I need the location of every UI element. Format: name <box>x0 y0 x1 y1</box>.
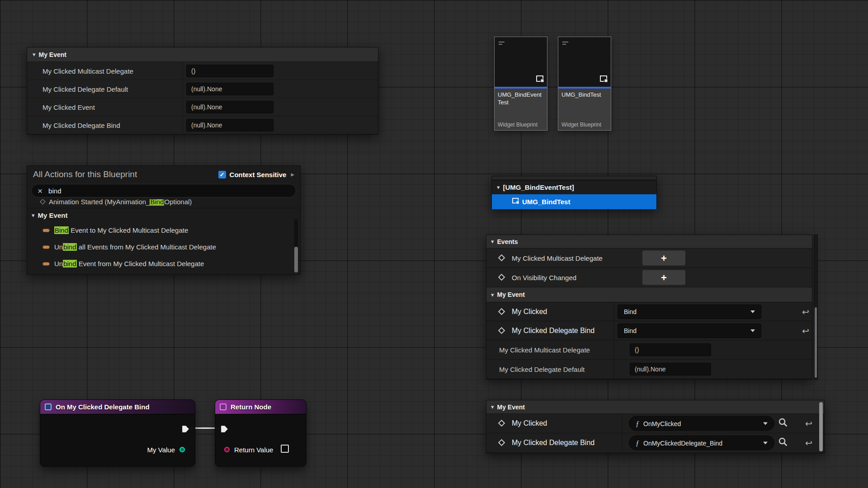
blueprint-actions-menu: All Actions for this Blueprint ✓ Context… <box>27 165 301 275</box>
delegate-pin-icon <box>498 420 505 427</box>
delegate-pin-icon <box>498 327 505 334</box>
actions-scrollbar-track[interactable] <box>294 219 298 272</box>
node-header: Return Node <box>215 400 306 414</box>
bind-dropdown[interactable]: Bind <box>618 305 761 319</box>
asset-name: UMG_BindTest <box>561 91 608 122</box>
category-header-my-event[interactable]: ▾ My Event <box>27 47 378 62</box>
browse-to-function-icon[interactable] <box>778 437 788 449</box>
actions-search-input[interactable]: × bind <box>31 184 296 197</box>
hierarchy-root-label: [UMG_BindEventTest] <box>503 183 574 191</box>
reset-to-default-icon[interactable]: ↩ <box>802 325 809 336</box>
reset-to-default-icon[interactable]: ↩ <box>805 438 812 448</box>
node-return-node[interactable]: Return Node Return Value <box>215 399 307 467</box>
property-value-field[interactable]: (null).None <box>186 101 274 113</box>
bound-function-dropdown[interactable]: ƒ OnMyClicked <box>629 416 774 431</box>
column-divider <box>622 433 623 452</box>
actions-category-my-event[interactable]: ▾ My Event <box>27 208 300 222</box>
details-scrollbar-track[interactable] <box>814 235 818 380</box>
property-row: My Clicked Event (null).None <box>27 98 378 116</box>
hierarchy-root-row[interactable]: ▾ [UMG_BindEventTest] <box>492 180 656 194</box>
search-match-highlight: Bind <box>54 226 69 234</box>
delegate-bind-row: My Clicked Delegate Bind Bind ↩ <box>486 321 812 340</box>
property-value-field[interactable]: (null).None <box>630 363 711 375</box>
add-event-button[interactable]: + <box>642 251 685 266</box>
context-sensitive-label: Context Sensitive <box>230 171 287 178</box>
column-divider <box>183 80 183 98</box>
event-row: My Clicked Multicast Delegate + <box>486 249 812 268</box>
section-header-events[interactable]: ▾ Events <box>486 235 812 249</box>
details-panel: ▾ Events My Clicked Multicast Delegate +… <box>486 235 812 380</box>
return-value-checkbox[interactable] <box>281 445 289 453</box>
delegate-label: My Clicked Delegate Bind <box>512 439 594 447</box>
text-post: Event from My Clicked Multicast Delegate <box>77 260 204 267</box>
widget-hierarchy-panel: ▾ [UMG_BindEventTest] UMG_BindTest <box>491 176 657 209</box>
return-value-input-pin[interactable] <box>224 447 230 452</box>
text-pre: Un <box>54 260 63 267</box>
reset-to-default-icon[interactable]: ↩ <box>802 306 809 317</box>
event-label: On Visibility Changed <box>512 274 576 282</box>
clipped-result-row[interactable]: Animation Started (MyAnimation_BindOptio… <box>27 199 300 208</box>
property-row: My Clicked Multicast Delegate () <box>27 62 378 80</box>
property-label: My Clicked Delegate Default <box>499 366 585 373</box>
asset-tile-umg-bindeventtest[interactable]: UMG_BindEventTest Widget Blueprint <box>494 37 547 131</box>
chevron-down-icon: ▾ <box>491 404 494 410</box>
column-divider <box>183 98 183 116</box>
search-match-highlight: Bind <box>150 199 164 206</box>
partial-row-above <box>492 176 656 180</box>
exec-input-pin[interactable] <box>221 425 228 433</box>
property-label: My Clicked Delegate Default <box>42 85 128 93</box>
section-header-my-event[interactable]: ▾ My Event <box>486 400 824 414</box>
text-pre: Un <box>54 243 63 251</box>
check-icon: ✓ <box>220 171 225 178</box>
property-value-field[interactable]: (null).None <box>186 119 274 131</box>
node-on-my-clicked-delegate-bind[interactable]: On My Clicked Delegate Bind My Value <box>40 399 195 467</box>
property-label: My Clicked Multicast Delegate <box>499 346 590 354</box>
text-post: Event to My Clicked Multicast Delegate <box>69 226 188 234</box>
property-value-field[interactable]: () <box>186 65 274 77</box>
action-item-bind-event[interactable]: Bind Event to My Clicked Multicast Deleg… <box>27 222 300 239</box>
column-divider <box>614 340 614 359</box>
submenu-arrow-icon[interactable]: ▸ <box>291 170 294 178</box>
thumbnail-detail <box>499 42 505 42</box>
asset-tile-umg-bindtest[interactable]: UMG_BindTest Widget Blueprint <box>558 37 611 131</box>
delegate-label: My Clicked Delegate Bind <box>512 327 594 335</box>
delegate-label: My Clicked <box>512 419 547 427</box>
graph-details-panel: ▾ My Event My Clicked Multicast Delegate… <box>27 47 378 135</box>
section-header-my-event[interactable]: ▾ My Event <box>486 287 812 302</box>
bind-dropdown[interactable]: Bind <box>618 324 761 338</box>
context-sensitive-checkbox[interactable]: ✓ <box>218 171 226 178</box>
my-value-output-pin[interactable] <box>179 447 185 452</box>
add-event-button[interactable]: + <box>642 270 685 285</box>
reset-to-default-icon[interactable]: ↩ <box>805 418 812 429</box>
property-value-field[interactable]: () <box>630 343 711 356</box>
action-item-unbind-event[interactable]: Unbind Event from My Clicked Multicast D… <box>27 255 300 272</box>
details-scrollbar-thumb[interactable] <box>815 307 817 378</box>
chevron-down-icon <box>763 422 768 425</box>
section-title: My Event <box>497 291 525 298</box>
delegate-pin-icon <box>498 439 505 446</box>
exec-output-pin[interactable] <box>182 425 189 433</box>
hierarchy-selected-row[interactable]: UMG_BindTest <box>492 194 656 209</box>
function-icon: ƒ <box>636 419 639 427</box>
bound-function-dropdown[interactable]: ƒ OnMyClickedDelegate_Bind <box>629 436 774 450</box>
section-title: Events <box>497 238 518 245</box>
property-row: My Clicked Multicast Delegate () <box>486 340 812 360</box>
chevron-down-icon <box>750 310 755 313</box>
action-item-text: Unbind Event from My Clicked Multicast D… <box>54 260 204 267</box>
actions-scrollbar-thumb[interactable] <box>294 247 298 272</box>
property-label: My Clicked Multicast Delegate <box>42 67 133 75</box>
node-title: Return Node <box>231 403 271 411</box>
clear-search-icon[interactable]: × <box>38 187 42 195</box>
node-title: On My Clicked Delegate Bind <box>56 403 150 411</box>
property-row: My Clicked Delegate Default (null).None <box>486 360 812 379</box>
action-item-unbind-all[interactable]: Unbind all Events from My Clicked Multic… <box>27 239 300 255</box>
asset-name: UMG_BindEventTest <box>498 91 544 122</box>
section-title: My Event <box>497 404 525 411</box>
chevron-down-icon: ▾ <box>497 184 500 191</box>
event-row: On Visibility Changed + <box>486 268 812 287</box>
browse-to-function-icon[interactable] <box>778 418 788 429</box>
function-bind-row: My Clicked Delegate Bind ƒ OnMyClickedDe… <box>486 433 824 453</box>
asset-type: Widget Blueprint <box>498 122 544 128</box>
function-panel-scrollbar-thumb[interactable] <box>819 402 823 451</box>
property-value-field[interactable]: (null).None <box>186 83 274 95</box>
